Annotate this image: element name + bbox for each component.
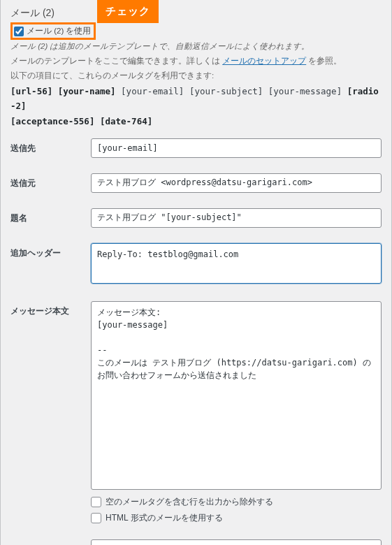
use-mail2-label[interactable]: メール (2) を使用 bbox=[27, 26, 91, 36]
label-to: 送信先 bbox=[10, 138, 91, 154]
row-to: 送信先 bbox=[10, 138, 382, 158]
input-from[interactable] bbox=[91, 173, 382, 193]
tag-url56: [url-56] bbox=[10, 86, 52, 96]
use-mail2-checkbox[interactable] bbox=[14, 27, 24, 36]
label-subject: 題名 bbox=[10, 208, 91, 224]
row-from: 送信元 bbox=[10, 173, 382, 193]
row-body: メッセージ本文 bbox=[10, 301, 382, 492]
opt-exclude-blank-label: 空のメールタグを含む行を出力から除外する bbox=[106, 496, 273, 508]
tag-your-email: [your-email] bbox=[121, 86, 184, 96]
tag-your-subject: [your-subject] bbox=[189, 86, 263, 96]
textarea-file[interactable] bbox=[91, 539, 382, 545]
checkbox-exclude-blank[interactable] bbox=[91, 497, 101, 507]
desc2-post: を参照。 bbox=[308, 57, 342, 65]
textarea-body[interactable] bbox=[91, 301, 382, 490]
callout-badge: チェック bbox=[97, 0, 159, 23]
textarea-headers[interactable] bbox=[91, 243, 382, 284]
mail2-settings-pane: メール (2) メール (2) を使用 チェック メール (2) は追加のメール… bbox=[0, 0, 392, 545]
body-options: 空のメールタグを含む行を出力から除外する HTML 形式のメールを使用する bbox=[10, 496, 382, 524]
section-title: メール (2) bbox=[10, 7, 382, 20]
label-file: ファイル添付 bbox=[10, 539, 91, 545]
input-subject[interactable] bbox=[91, 208, 382, 228]
use-mail2-highlight: メール (2) を使用 bbox=[10, 22, 96, 40]
mail2-desc2: メールのテンプレートをここで編集できます。詳しくは メールのセットアップ を参照… bbox=[10, 56, 382, 66]
opt-use-html-row[interactable]: HTML 形式のメールを使用する bbox=[91, 512, 382, 524]
mail-tags: [url-56] [your-name] [your-email] [your-… bbox=[10, 84, 382, 129]
desc2-pre: メールのテンプレートをここで編集できます。詳しくは bbox=[10, 57, 220, 65]
mail2-desc1: メール (2) は追加のメールテンプレートで、自動返信メールによく使われます。 bbox=[10, 41, 382, 52]
opt-exclude-blank-row[interactable]: 空のメールタグを含む行を出力から除外する bbox=[91, 496, 382, 508]
tag-acceptance: [acceptance-556] bbox=[10, 116, 94, 126]
tag-date: [date-764] bbox=[100, 116, 152, 126]
form-grid: 送信先 送信元 題名 追加ヘッダー メッセージ本文 bbox=[10, 138, 382, 545]
tag-your-message: [your-message] bbox=[268, 86, 342, 96]
opt-use-html-label: HTML 形式のメールを使用する bbox=[106, 512, 223, 524]
input-to[interactable] bbox=[91, 138, 382, 158]
row-file: ファイル添付 bbox=[10, 539, 382, 545]
label-from: 送信元 bbox=[10, 173, 91, 189]
checkbox-use-html[interactable] bbox=[91, 513, 101, 523]
mail-setup-link[interactable]: メールのセットアップ bbox=[222, 57, 306, 65]
row-headers: 追加ヘッダー bbox=[10, 243, 382, 286]
mail2-desc3: 以下の項目にて、これらのメールタグを利用できます: bbox=[10, 71, 382, 81]
header-row: メール (2) を使用 bbox=[10, 22, 382, 40]
row-subject: 題名 bbox=[10, 208, 382, 228]
label-headers: 追加ヘッダー bbox=[10, 243, 91, 259]
label-body: メッセージ本文 bbox=[10, 301, 91, 317]
tag-your-name: [your-name] bbox=[58, 86, 116, 96]
